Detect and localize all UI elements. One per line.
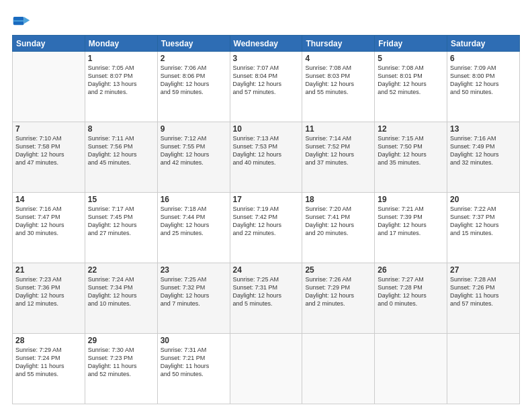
- col-header-sunday: Sunday: [13, 36, 85, 52]
- day-number: 24: [233, 265, 300, 275]
- day-info: Sunrise: 7:23 AM Sunset: 7:36 PM Dayligh…: [15, 275, 82, 308]
- calendar-cell: 21Sunrise: 7:23 AM Sunset: 7:36 PM Dayli…: [13, 263, 85, 334]
- calendar-cell: 6Sunrise: 7:09 AM Sunset: 8:00 PM Daylig…: [447, 52, 520, 122]
- calendar-cell: 14Sunrise: 7:16 AM Sunset: 7:47 PM Dayli…: [13, 193, 85, 263]
- day-info: Sunrise: 7:20 AM Sunset: 7:41 PM Dayligh…: [305, 205, 371, 238]
- day-number: 23: [161, 265, 227, 275]
- calendar-cell: 3Sunrise: 7:07 AM Sunset: 8:04 PM Daylig…: [230, 52, 302, 122]
- day-info: Sunrise: 7:26 AM Sunset: 7:29 PM Dayligh…: [305, 275, 371, 308]
- day-info: Sunrise: 7:16 AM Sunset: 7:49 PM Dayligh…: [450, 134, 517, 167]
- calendar-cell: [302, 334, 375, 404]
- calendar-cell: 15Sunrise: 7:17 AM Sunset: 7:45 PM Dayli…: [85, 193, 157, 263]
- col-header-saturday: Saturday: [447, 36, 520, 52]
- day-number: 30: [161, 336, 227, 345]
- day-number: 19: [378, 195, 444, 204]
- calendar-cell: 19Sunrise: 7:21 AM Sunset: 7:39 PM Dayli…: [375, 193, 447, 263]
- day-number: 25: [305, 265, 371, 275]
- day-info: Sunrise: 7:14 AM Sunset: 7:52 PM Dayligh…: [305, 134, 371, 167]
- day-number: 22: [88, 265, 154, 275]
- col-header-wednesday: Wednesday: [230, 36, 302, 52]
- week-row-4: 21Sunrise: 7:23 AM Sunset: 7:36 PM Dayli…: [13, 263, 520, 334]
- calendar-cell: 2Sunrise: 7:06 AM Sunset: 8:06 PM Daylig…: [157, 52, 230, 122]
- day-info: Sunrise: 7:09 AM Sunset: 8:00 PM Dayligh…: [450, 64, 517, 97]
- week-row-1: 1Sunrise: 7:05 AM Sunset: 8:07 PM Daylig…: [13, 52, 520, 122]
- day-number: 3: [233, 54, 300, 63]
- col-header-thursday: Thursday: [302, 36, 375, 52]
- day-info: Sunrise: 7:10 AM Sunset: 7:58 PM Dayligh…: [15, 134, 82, 167]
- day-number: 18: [305, 195, 371, 204]
- calendar-cell: 1Sunrise: 7:05 AM Sunset: 8:07 PM Daylig…: [85, 52, 157, 122]
- day-info: Sunrise: 7:31 AM Sunset: 7:21 PM Dayligh…: [161, 346, 227, 379]
- header-row: SundayMondayTuesdayWednesdayThursdayFrid…: [13, 36, 520, 52]
- day-number: 14: [15, 195, 82, 204]
- day-info: Sunrise: 7:15 AM Sunset: 7:50 PM Dayligh…: [378, 134, 444, 167]
- calendar-cell: 20Sunrise: 7:22 AM Sunset: 7:37 PM Dayli…: [447, 193, 520, 263]
- svg-marker-1: [24, 17, 30, 24]
- day-number: 13: [450, 124, 517, 134]
- calendar-cell: 12Sunrise: 7:15 AM Sunset: 7:50 PM Dayli…: [375, 122, 447, 193]
- calendar-cell: [230, 334, 302, 404]
- day-number: 29: [88, 336, 154, 345]
- calendar-cell: [447, 334, 520, 404]
- day-info: Sunrise: 7:24 AM Sunset: 7:34 PM Dayligh…: [88, 275, 154, 308]
- day-info: Sunrise: 7:11 AM Sunset: 7:56 PM Dayligh…: [88, 134, 154, 167]
- header: [12, 12, 520, 31]
- week-row-2: 7Sunrise: 7:10 AM Sunset: 7:58 PM Daylig…: [13, 122, 520, 193]
- day-info: Sunrise: 7:18 AM Sunset: 7:44 PM Dayligh…: [161, 205, 227, 238]
- calendar-cell: [13, 52, 85, 122]
- calendar-cell: 10Sunrise: 7:13 AM Sunset: 7:53 PM Dayli…: [230, 122, 302, 193]
- day-info: Sunrise: 7:30 AM Sunset: 7:23 PM Dayligh…: [88, 346, 154, 379]
- day-info: Sunrise: 7:16 AM Sunset: 7:47 PM Dayligh…: [15, 205, 82, 238]
- page: SundayMondayTuesdayWednesdayThursdayFrid…: [0, 0, 532, 411]
- day-info: Sunrise: 7:08 AM Sunset: 8:01 PM Dayligh…: [378, 64, 444, 97]
- calendar-cell: 7Sunrise: 7:10 AM Sunset: 7:58 PM Daylig…: [13, 122, 85, 193]
- day-info: Sunrise: 7:08 AM Sunset: 8:03 PM Dayligh…: [305, 64, 371, 97]
- calendar-cell: 9Sunrise: 7:12 AM Sunset: 7:55 PM Daylig…: [157, 122, 230, 193]
- calendar-cell: [375, 334, 447, 404]
- day-number: 28: [15, 336, 82, 345]
- calendar-cell: 11Sunrise: 7:14 AM Sunset: 7:52 PM Dayli…: [302, 122, 375, 193]
- day-info: Sunrise: 7:19 AM Sunset: 7:42 PM Dayligh…: [233, 205, 300, 238]
- calendar-cell: 17Sunrise: 7:19 AM Sunset: 7:42 PM Dayli…: [230, 193, 302, 263]
- day-number: 27: [450, 265, 517, 275]
- calendar-cell: 26Sunrise: 7:27 AM Sunset: 7:28 PM Dayli…: [375, 263, 447, 334]
- day-number: 5: [378, 54, 444, 63]
- svg-rect-2: [13, 20, 24, 21]
- day-info: Sunrise: 7:25 AM Sunset: 7:32 PM Dayligh…: [161, 275, 227, 308]
- day-number: 21: [15, 265, 82, 275]
- day-number: 20: [450, 195, 517, 204]
- calendar-cell: 23Sunrise: 7:25 AM Sunset: 7:32 PM Dayli…: [157, 263, 230, 334]
- day-info: Sunrise: 7:25 AM Sunset: 7:31 PM Dayligh…: [233, 275, 300, 308]
- col-header-friday: Friday: [375, 36, 447, 52]
- day-number: 7: [15, 124, 82, 134]
- day-number: 1: [88, 54, 154, 63]
- day-info: Sunrise: 7:17 AM Sunset: 7:45 PM Dayligh…: [88, 205, 154, 238]
- week-row-3: 14Sunrise: 7:16 AM Sunset: 7:47 PM Dayli…: [13, 193, 520, 263]
- day-info: Sunrise: 7:06 AM Sunset: 8:06 PM Dayligh…: [161, 64, 227, 97]
- calendar-cell: 16Sunrise: 7:18 AM Sunset: 7:44 PM Dayli…: [157, 193, 230, 263]
- week-row-5: 28Sunrise: 7:29 AM Sunset: 7:24 PM Dayli…: [13, 334, 520, 404]
- day-info: Sunrise: 7:29 AM Sunset: 7:24 PM Dayligh…: [15, 346, 82, 379]
- day-number: 15: [88, 195, 154, 204]
- calendar-cell: 24Sunrise: 7:25 AM Sunset: 7:31 PM Dayli…: [230, 263, 302, 334]
- calendar-cell: 27Sunrise: 7:28 AM Sunset: 7:26 PM Dayli…: [447, 263, 520, 334]
- day-number: 8: [88, 124, 154, 134]
- day-number: 6: [450, 54, 517, 63]
- day-number: 12: [378, 124, 444, 134]
- day-number: 4: [305, 54, 371, 63]
- day-number: 2: [161, 54, 227, 63]
- day-info: Sunrise: 7:22 AM Sunset: 7:37 PM Dayligh…: [450, 205, 517, 238]
- day-number: 11: [305, 124, 371, 134]
- col-header-tuesday: Tuesday: [157, 36, 230, 52]
- day-number: 17: [233, 195, 300, 204]
- calendar-cell: 30Sunrise: 7:31 AM Sunset: 7:21 PM Dayli…: [157, 334, 230, 404]
- calendar-cell: 18Sunrise: 7:20 AM Sunset: 7:41 PM Dayli…: [302, 193, 375, 263]
- col-header-monday: Monday: [85, 36, 157, 52]
- calendar-cell: 4Sunrise: 7:08 AM Sunset: 8:03 PM Daylig…: [302, 52, 375, 122]
- calendar-cell: 28Sunrise: 7:29 AM Sunset: 7:24 PM Dayli…: [13, 334, 85, 404]
- calendar-cell: 22Sunrise: 7:24 AM Sunset: 7:34 PM Dayli…: [85, 263, 157, 334]
- logo-icon: [12, 12, 31, 31]
- day-number: 16: [161, 195, 227, 204]
- day-info: Sunrise: 7:05 AM Sunset: 8:07 PM Dayligh…: [88, 64, 154, 97]
- day-info: Sunrise: 7:28 AM Sunset: 7:26 PM Dayligh…: [450, 275, 517, 308]
